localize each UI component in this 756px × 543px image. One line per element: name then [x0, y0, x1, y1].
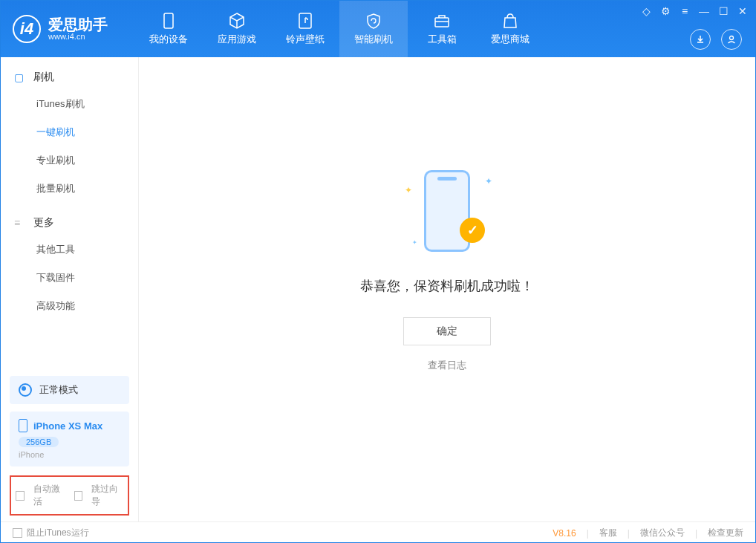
- view-log-link[interactable]: 查看日志: [428, 359, 466, 372]
- mode-indicator-icon: [19, 383, 32, 397]
- phone-outline-icon: ▢: [14, 71, 26, 83]
- nav-label: 铃声壁纸: [286, 33, 325, 46]
- sparkle-icon: ✦: [405, 185, 412, 195]
- maximize-icon[interactable]: ☐: [717, 5, 730, 17]
- main-content: ✦ ✦ ✦ ✓ 恭喜您，保资料刷机成功啦！ 确定 查看日志: [139, 57, 755, 521]
- logo-area: i4 爱思助手 www.i4.cn: [1, 15, 120, 43]
- device-info-row[interactable]: iPhone XS Max 256GB iPhone: [10, 412, 129, 466]
- device-name: iPhone XS Max: [33, 420, 102, 432]
- nav-toolbox[interactable]: 工具箱: [408, 1, 476, 57]
- device-icon: [160, 12, 177, 30]
- nav-label: 工具箱: [428, 33, 457, 46]
- download-icon[interactable]: [690, 29, 711, 50]
- sidebar-item-pro-flash[interactable]: 专业刷机: [1, 146, 138, 175]
- app-url: www.i4.cn: [48, 32, 108, 41]
- nav-app-games[interactable]: 应用游戏: [203, 1, 271, 57]
- sidebar-list-flash: iTunes刷机 一键刷机 专业刷机 批量刷机: [1, 90, 138, 203]
- divider: |: [628, 528, 630, 539]
- highlighted-options-box: 自动激活 跳过向导: [10, 475, 129, 516]
- divider: |: [695, 528, 697, 539]
- app-title: 爱思助手: [48, 17, 108, 32]
- sidebar-item-oneclick-flash[interactable]: 一键刷机: [1, 118, 138, 146]
- checkbox-block-itunes[interactable]: [13, 528, 22, 538]
- checkbox-auto-activate[interactable]: [16, 491, 25, 501]
- list-icon: ≡: [14, 217, 26, 229]
- app-header: i4 爱思助手 www.i4.cn 我的设备 应用游戏 铃声壁纸 智能刷机 工具…: [1, 1, 755, 57]
- sidebar-item-download-firmware[interactable]: 下载固件: [1, 264, 138, 292]
- nav-label: 应用游戏: [218, 33, 256, 46]
- section-title: 刷机: [33, 71, 54, 84]
- window-controls: ◇ ⚙ ≡ — ☐ ✕: [639, 5, 749, 17]
- svg-point-3: [730, 36, 734, 40]
- device-panel: 正常模式 iPhone XS Max 256GB iPhone: [10, 376, 129, 466]
- theme-icon[interactable]: ◇: [639, 5, 653, 17]
- music-file-icon: [296, 12, 314, 30]
- settings-icon[interactable]: ⚙: [659, 5, 672, 17]
- block-itunes-label: 阻止iTunes运行: [27, 527, 89, 539]
- close-icon[interactable]: ✕: [736, 5, 749, 17]
- sparkle-icon: ✦: [485, 176, 492, 186]
- sidebar: ▢ 刷机 iTunes刷机 一键刷机 专业刷机 批量刷机 ≡ 更多 其他工具 下…: [1, 57, 139, 521]
- header-right-icons: [690, 29, 742, 50]
- logo-text: 爱思助手 www.i4.cn: [48, 17, 108, 41]
- toolbox-icon: [433, 12, 451, 30]
- sidebar-item-advanced[interactable]: 高级功能: [1, 292, 138, 320]
- sidebar-item-itunes-flash[interactable]: iTunes刷机: [1, 90, 138, 118]
- body-area: ▢ 刷机 iTunes刷机 一键刷机 专业刷机 批量刷机 ≡ 更多 其他工具 下…: [1, 57, 755, 521]
- skip-guide-label: 跳过向导: [91, 483, 123, 508]
- app-logo-icon: i4: [13, 15, 41, 43]
- checkbox-skip-guide[interactable]: [74, 491, 83, 501]
- sidebar-list-more: 其他工具 下载固件 高级功能: [1, 235, 138, 320]
- svg-rect-2: [435, 18, 449, 27]
- refresh-shield-icon: [365, 12, 382, 30]
- success-illustration: ✦ ✦ ✦ ✓: [399, 163, 495, 259]
- svg-rect-0: [164, 13, 173, 28]
- sparkle-icon: ✦: [412, 239, 417, 246]
- nav-label: 我的设备: [149, 33, 188, 46]
- version-label: V8.16: [553, 528, 576, 539]
- device-mode-row[interactable]: 正常模式: [10, 376, 129, 404]
- customer-service-link[interactable]: 客服: [599, 527, 617, 539]
- nav-my-device[interactable]: 我的设备: [134, 1, 203, 57]
- nav-store[interactable]: 爱思商城: [476, 1, 544, 57]
- sidebar-section-more: ≡ 更多 其他工具 下载固件 高级功能: [1, 203, 138, 320]
- section-title: 更多: [33, 216, 54, 230]
- bag-icon: [501, 12, 519, 30]
- minimize-icon[interactable]: —: [697, 5, 711, 17]
- success-message: 恭喜您，保资料刷机成功啦！: [360, 277, 534, 295]
- confirm-button[interactable]: 确定: [403, 317, 491, 345]
- nav-label: 爱思商城: [491, 33, 529, 46]
- nav-label: 智能刷机: [354, 33, 393, 46]
- menu-icon[interactable]: ≡: [678, 5, 691, 17]
- check-update-link[interactable]: 检查更新: [708, 527, 743, 539]
- divider: |: [587, 528, 589, 539]
- footer-left: 阻止iTunes运行: [13, 527, 89, 539]
- wechat-link[interactable]: 微信公众号: [640, 527, 685, 539]
- auto-activate-label: 自动激活: [33, 483, 65, 508]
- success-check-icon: ✓: [460, 218, 485, 243]
- device-name-row: iPhone XS Max: [19, 419, 120, 432]
- footer-bar: 阻止iTunes运行 V8.16 | 客服 | 微信公众号 | 检查更新: [1, 521, 755, 543]
- user-icon[interactable]: [721, 29, 742, 50]
- sidebar-section-flash: ▢ 刷机 iTunes刷机 一键刷机 专业刷机 批量刷机: [1, 57, 138, 203]
- nav-ringtone-wallpaper[interactable]: 铃声壁纸: [271, 1, 339, 57]
- sidebar-header-flash: ▢ 刷机: [1, 68, 138, 90]
- cube-icon: [228, 12, 246, 30]
- device-mode-label: 正常模式: [39, 383, 78, 397]
- capacity-badge: 256GB: [19, 437, 59, 447]
- sidebar-item-batch-flash[interactable]: 批量刷机: [1, 175, 138, 203]
- main-nav: 我的设备 应用游戏 铃声壁纸 智能刷机 工具箱 爱思商城: [134, 1, 544, 57]
- nav-smart-flash[interactable]: 智能刷机: [339, 1, 408, 57]
- phone-small-icon: [19, 419, 27, 432]
- sidebar-item-other-tools[interactable]: 其他工具: [1, 235, 138, 264]
- sidebar-header-more: ≡ 更多: [1, 213, 138, 235]
- footer-right: V8.16 | 客服 | 微信公众号 | 检查更新: [553, 527, 743, 539]
- device-type: iPhone: [19, 450, 120, 459]
